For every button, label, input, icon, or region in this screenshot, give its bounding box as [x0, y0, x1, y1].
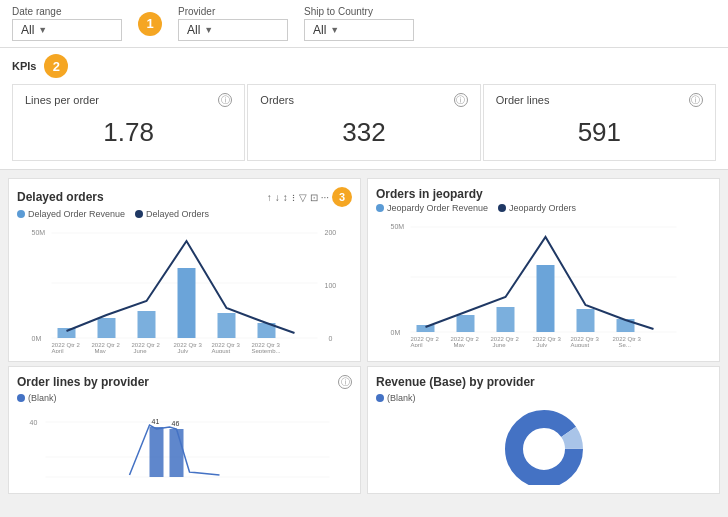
svg-rect-9	[98, 318, 116, 338]
svg-text:June: June	[493, 342, 507, 347]
orders-in-jeopardy-panel: Orders in jeopardy Jeopardy Order Revenu…	[367, 178, 720, 362]
ship-to-country-chevron: ▼	[330, 25, 339, 35]
kpi-card-order-lines: Order lines ⓘ 591	[483, 84, 716, 161]
date-range-value: All	[21, 23, 34, 37]
svg-text:200: 200	[325, 229, 337, 236]
sort-both-icon[interactable]: ↕	[283, 192, 288, 203]
badge-2: 2	[44, 54, 68, 78]
date-range-select[interactable]: All ▼	[12, 19, 122, 41]
revenue-provider-title: Revenue (Base) by provider	[376, 375, 535, 389]
order-lines-provider-title: Order lines by provider	[17, 375, 149, 389]
svg-text:April: April	[52, 348, 64, 353]
svg-text:40: 40	[30, 419, 38, 426]
svg-text:41: 41	[152, 418, 160, 425]
svg-text:June: June	[134, 348, 148, 353]
svg-text:Se...: Se...	[619, 342, 632, 347]
revenue-provider-panel: Revenue (Base) by provider (Blank)	[367, 366, 720, 494]
kpi-order-lines-title: Order lines	[496, 94, 550, 106]
kpi-order-lines-info-icon[interactable]: ⓘ	[689, 93, 703, 107]
sort-desc-icon[interactable]: ↓	[275, 192, 280, 203]
more-icon[interactable]: ···	[321, 192, 329, 203]
svg-text:August: August	[212, 348, 231, 353]
provider-select[interactable]: All ▼	[178, 19, 288, 41]
jeopardy-title: Orders in jeopardy	[376, 187, 483, 201]
svg-text:May: May	[95, 348, 106, 353]
jeopardy-legend: Jeopardy Order Revenue Jeopardy Orders	[376, 203, 711, 213]
svg-text:50M: 50M	[391, 223, 405, 230]
order-lines-svg: 40 41 46	[17, 407, 352, 485]
delayed-orders-panel: Delayed orders ↑ ↓ ↕ ⫶ ▽ ⊡ ··· 3 Delayed…	[8, 178, 361, 362]
svg-rect-12	[218, 313, 236, 338]
order-lines-info-icon[interactable]: ⓘ	[338, 375, 352, 389]
kpi-orders-value: 332	[260, 113, 467, 152]
filter-icon[interactable]: ▽	[299, 192, 307, 203]
svg-text:0M: 0M	[391, 329, 401, 336]
jeopardy-revenue-legend: Jeopardy Order Revenue	[387, 203, 488, 213]
svg-text:100: 100	[325, 282, 337, 289]
provider-chevron: ▼	[204, 25, 213, 35]
provider-label: Provider	[178, 6, 288, 17]
delayed-orders-legend-item: Delayed Orders	[146, 209, 209, 219]
svg-rect-10	[138, 311, 156, 338]
revenue-donut-svg	[499, 407, 589, 485]
kpi-card-lines-per-order: Lines per order ⓘ 1.78	[12, 84, 245, 161]
svg-rect-32	[457, 315, 475, 332]
provider-filter: Provider All ▼	[178, 6, 288, 41]
kpi-section-label: KPIs	[12, 60, 36, 72]
kpi-lines-value: 1.78	[25, 113, 232, 152]
ship-to-country-label: Ship to Country	[304, 6, 414, 17]
order-lines-provider-panel: Order lines by provider ⓘ (Blank) 40 41 …	[8, 366, 361, 494]
badge-1: 1	[138, 12, 162, 36]
hierarchy-icon[interactable]: ⫶	[291, 192, 296, 203]
order-lines-chart: 40 41 46	[17, 407, 352, 485]
svg-rect-55	[170, 429, 184, 477]
filter-bar: Date range All ▼ 1 Provider All ▼ Ship t…	[0, 0, 728, 48]
svg-rect-53	[150, 427, 164, 477]
delayed-orders-svg: 50M 0M 200 100 0 2022 Qtr	[17, 223, 352, 353]
order-lines-blank-legend: (Blank)	[28, 393, 57, 403]
bottom-charts-row: Order lines by provider ⓘ (Blank) 40 41 …	[0, 366, 728, 502]
jeopardy-orders-legend: Jeopardy Orders	[509, 203, 576, 213]
date-range-filter: Date range All ▼	[12, 6, 122, 41]
delayed-revenue-legend: Delayed Order Revenue	[28, 209, 125, 219]
svg-rect-35	[577, 309, 595, 332]
svg-text:0: 0	[329, 335, 333, 342]
kpi-lines-info-icon[interactable]: ⓘ	[218, 93, 232, 107]
provider-value: All	[187, 23, 200, 37]
kpi-orders-info-icon[interactable]: ⓘ	[454, 93, 468, 107]
chart-controls: ↑ ↓ ↕ ⫶ ▽ ⊡ ··· 3	[267, 187, 352, 207]
kpi-orders-title: Orders	[260, 94, 294, 106]
svg-rect-33	[497, 307, 515, 332]
svg-rect-11	[178, 268, 196, 338]
sort-asc-icon[interactable]: ↑	[267, 192, 272, 203]
jeopardy-svg: 50M 0M 2022 Qtr 2 April 2022 Qtr 2 May 2…	[376, 217, 711, 347]
svg-point-57	[514, 419, 574, 479]
revenue-blank-legend: (Blank)	[387, 393, 416, 403]
svg-text:July: July	[178, 348, 189, 353]
delayed-orders-title: Delayed orders	[17, 190, 104, 204]
kpi-cards: Lines per order ⓘ 1.78 Orders ⓘ 332 Orde…	[12, 84, 716, 161]
expand-icon[interactable]: ⊡	[310, 192, 318, 203]
ship-to-country-value: All	[313, 23, 326, 37]
delayed-orders-legend: Delayed Order Revenue Delayed Orders	[17, 209, 352, 219]
jeopardy-chart: 50M 0M 2022 Qtr 2 April 2022 Qtr 2 May 2…	[376, 217, 711, 347]
ship-to-country-filter: Ship to Country All ▼	[304, 6, 414, 41]
svg-text:Septemb...: Septemb...	[252, 348, 281, 353]
kpi-lines-title: Lines per order	[25, 94, 99, 106]
date-range-label: Date range	[12, 6, 122, 17]
badge-3: 3	[332, 187, 352, 207]
kpi-section: KPIs 2 Lines per order ⓘ 1.78 Orders ⓘ 3…	[0, 48, 728, 170]
svg-text:August: August	[571, 342, 590, 347]
ship-to-country-select[interactable]: All ▼	[304, 19, 414, 41]
svg-text:0M: 0M	[32, 335, 42, 342]
revenue-chart	[376, 407, 711, 485]
svg-text:May: May	[454, 342, 465, 347]
svg-text:46: 46	[172, 420, 180, 427]
kpi-order-lines-value: 591	[496, 113, 703, 152]
svg-text:July: July	[537, 342, 548, 347]
delayed-orders-chart: 50M 0M 200 100 0 2022 Qtr	[17, 223, 352, 353]
svg-text:50M: 50M	[32, 229, 46, 236]
charts-row: Delayed orders ↑ ↓ ↕ ⫶ ▽ ⊡ ··· 3 Delayed…	[0, 170, 728, 366]
svg-text:April: April	[411, 342, 423, 347]
kpi-card-orders: Orders ⓘ 332	[247, 84, 480, 161]
